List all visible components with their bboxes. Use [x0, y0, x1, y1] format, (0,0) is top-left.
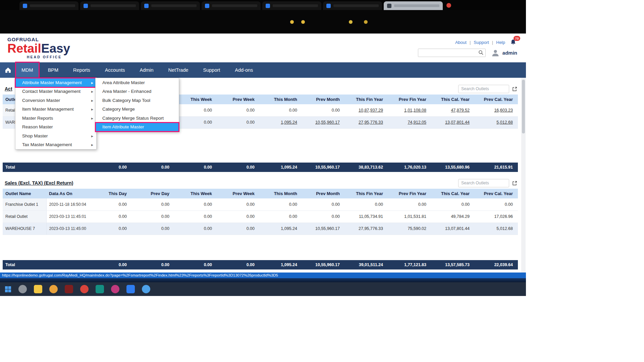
nav-item-bpm[interactable]: BPM — [42, 62, 64, 78]
column-header: Prev Fin Year — [388, 95, 431, 104]
total-cell: 0.00 — [97, 260, 132, 269]
menu-item-item-master-management[interactable]: Item Master Management — [15, 105, 96, 114]
taskbar-app-icon[interactable] — [34, 285, 42, 293]
value-cell: 0.00 — [174, 104, 217, 116]
extension-icon[interactable] — [364, 20, 368, 24]
nav-item-accounts[interactable]: Accounts — [99, 62, 131, 78]
header-search-input[interactable] — [418, 49, 486, 57]
browser-tab-active[interactable] — [384, 1, 443, 10]
taskbar-app-icon[interactable] — [80, 285, 89, 293]
value-cell: 0.00 — [345, 198, 388, 210]
extension-icon[interactable] — [349, 20, 353, 24]
menu-item-contact-master-management[interactable]: Contact Master Management — [15, 87, 96, 96]
value-link[interactable]: 47,879.52 — [431, 104, 475, 116]
browser-tab[interactable] — [80, 1, 139, 10]
start-button[interactable] — [5, 286, 11, 293]
value-cell: 0.00 — [260, 104, 302, 116]
value-link[interactable]: 13,07,801.44 — [431, 116, 475, 128]
value-link[interactable]: 1,01,108.08 — [388, 104, 431, 116]
nav-item-addons[interactable]: Add-ons — [229, 62, 259, 78]
submenu-item-category-merge[interactable]: Category Merge — [96, 105, 179, 114]
notification-bell-icon[interactable]: 73 — [510, 39, 517, 46]
nav-item-nettrade[interactable]: NetTrade — [163, 62, 194, 78]
menu-item-master-reports[interactable]: Master Reports — [15, 114, 96, 123]
user-menu[interactable]: admin — [491, 49, 517, 57]
browser-tab[interactable] — [262, 1, 321, 10]
value-link[interactable]: 16,603.23 — [475, 104, 518, 116]
redacted-tab-title — [333, 4, 379, 7]
taskbar-app-icon[interactable] — [142, 285, 150, 293]
expand-panel-icon[interactable] — [512, 181, 517, 186]
value-link[interactable]: 1,095.24 — [260, 116, 302, 128]
taskbar-app-icon[interactable] — [111, 285, 119, 293]
menu-item-attribute-master-management[interactable]: Attribute Master Management — [15, 78, 96, 87]
search-outlets-input[interactable] — [458, 85, 509, 93]
browser-tab[interactable] — [202, 1, 261, 10]
home-button[interactable] — [0, 62, 16, 78]
menu-item-conversion-master[interactable]: Conversion Master — [15, 96, 96, 105]
help-link[interactable]: Help — [489, 40, 505, 45]
browser-tab[interactable] — [19, 1, 78, 10]
search-outlets-input[interactable] — [458, 179, 509, 187]
support-link[interactable]: Support — [467, 40, 489, 45]
menu-item-shop-master[interactable]: Shop Master — [15, 131, 96, 140]
submenu-arrow-icon — [91, 107, 93, 112]
app-header: GOFRUGAL RetailEasy HEAD OFFICE About Su… — [0, 34, 526, 62]
table-header-row: Outlet Name Data As On This Day Prev Day… — [3, 189, 518, 198]
tab-favicon — [387, 4, 391, 8]
panel-title: Act — [5, 86, 12, 92]
submenu-item-area-attribute-master[interactable]: Area Attribute Master — [96, 78, 179, 87]
submenu-arrow-icon — [91, 116, 93, 121]
taskbar-app-icon[interactable] — [96, 285, 104, 293]
gofrugal-retaileasy-logo[interactable]: GOFRUGAL RetailEasy HEAD OFFICE — [7, 37, 70, 59]
total-cell: 1,095.24 — [260, 260, 302, 269]
taskbar-app-icon[interactable] — [65, 285, 73, 293]
total-cell: 1,77,121.83 — [388, 260, 431, 269]
total-row: Total 0.00 0.00 0.00 0.00 1,095.24 10,55… — [3, 163, 518, 172]
nav-item-reports[interactable]: Reports — [67, 62, 96, 78]
browser-toolbar — [0, 10, 526, 34]
scrollbar-thumb[interactable] — [522, 80, 525, 133]
submenu-item-area-master-enhanced[interactable]: Area Master - Enhanced — [96, 87, 179, 96]
table-row: Retail Outlet 2023-03-13 11:45:01 0.00 0… — [3, 210, 518, 223]
user-avatar-icon — [491, 49, 500, 57]
total-cell: 38,83,713.62 — [345, 163, 388, 172]
submenu-item-item-attribute-master[interactable]: Item Attribute Master — [96, 123, 179, 132]
panel-sales: Sales (Excl. TAX) (Excl Return) Outlet — [3, 177, 523, 269]
browser-tab[interactable] — [323, 1, 382, 10]
value-cell: 11,05,734.91 — [345, 210, 388, 223]
value-cell: 0.00 — [217, 198, 260, 210]
nav-item-admin[interactable]: Admin — [134, 62, 159, 78]
browser-profile-icon[interactable] — [446, 3, 451, 8]
menu-item-tax-master-management[interactable]: Tax Master Management — [15, 140, 96, 149]
vertical-scrollbar[interactable] — [521, 78, 526, 273]
value-cell: 10,55,960.17 — [302, 223, 345, 235]
taskbar-search-icon[interactable] — [18, 285, 27, 293]
nav-item-support[interactable]: Support — [198, 62, 226, 78]
extension-icon[interactable] — [290, 20, 294, 24]
value-link[interactable]: 5,012.68 — [475, 116, 518, 128]
windows-taskbar — [0, 282, 526, 296]
value-link[interactable]: 27,95,776.33 — [345, 116, 388, 128]
taskbar-app-icon[interactable] — [126, 285, 135, 293]
header-links: About Support Help 73 — [455, 39, 517, 46]
value-cell: 0.00 — [97, 198, 132, 210]
nav-item-mdm[interactable]: MDM — [16, 62, 39, 78]
submenu-item-bulk-category-map-tool[interactable]: Bulk Category Map Tool — [96, 96, 179, 105]
extension-icon[interactable] — [301, 20, 305, 24]
submenu-item-category-merge-status-report[interactable]: Category Merge Status Report — [96, 114, 179, 123]
home-icon — [5, 67, 11, 73]
menu-item-reason-master[interactable]: Reason Master — [15, 123, 96, 132]
value-link[interactable]: 74,912.05 — [388, 116, 431, 128]
value-link[interactable]: 10,87,937.29 — [345, 104, 388, 116]
search-icon[interactable] — [478, 50, 484, 57]
expand-panel-icon[interactable] — [512, 86, 517, 92]
table-row: Franchise Outlet 1 2020-11-18 16:50:04 0… — [3, 198, 518, 210]
value-cell: 0.00 — [132, 223, 174, 235]
browser-tab[interactable] — [141, 1, 200, 10]
value-link[interactable]: 10,55,960.17 — [302, 116, 345, 128]
taskbar-app-icon[interactable] — [49, 285, 58, 293]
about-link[interactable]: About — [455, 40, 467, 45]
total-cell: 1,095.24 — [260, 163, 302, 172]
outlet-name-cell: WAREHOUSE 7 — [3, 223, 46, 235]
